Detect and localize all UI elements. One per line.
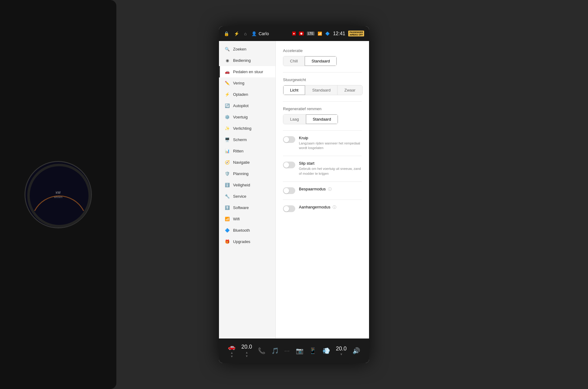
kruip-title: Kruip bbox=[299, 136, 362, 140]
divider-3 bbox=[283, 130, 362, 131]
divider-6 bbox=[283, 200, 362, 200]
car-icon: 🚗 bbox=[228, 343, 236, 350]
status-bar: 🔒 ⚡ ⌂ 👤 Carlo ● ⏺ LTE 📶 🔷 12:41 PASSENGE… bbox=[219, 26, 369, 41]
sidebar-icon-bluetooth: 🔷 bbox=[224, 228, 230, 233]
bolt-icon: ⚡ bbox=[234, 31, 239, 36]
taskbar-fan[interactable]: 💨 bbox=[322, 347, 330, 354]
tesla-screen: 🔒 ⚡ ⌂ 👤 Carlo ● ⏺ LTE 📶 🔷 12:41 PASSENGE… bbox=[219, 26, 369, 363]
kruip-info: Kruip Langzaam rijden wanneer het remped… bbox=[299, 136, 362, 151]
bespaarmodus-info-icon[interactable]: ⓘ bbox=[328, 187, 332, 191]
sidebar-label-veiligheid: Veiligheid bbox=[233, 183, 250, 187]
taskbar-camera[interactable]: 📷 bbox=[296, 347, 303, 354]
aanhangermodus-info: Aanhangermodus ⓘ bbox=[299, 205, 362, 211]
sidebar-label-bluetooth: Bluetooth bbox=[233, 228, 250, 233]
bespaarmodus-info: Bespaarmodus ⓘ bbox=[299, 187, 362, 193]
stuurgewicht-group: Licht Standaard Zwaar bbox=[283, 85, 363, 95]
media-player-icon: 🎵 bbox=[271, 347, 279, 354]
sidebar-icon-service: 🔧 bbox=[224, 194, 230, 199]
stuurgewicht-licht[interactable]: Licht bbox=[283, 85, 305, 95]
sidebar-item-veiligheid[interactable]: ℹ️ Veiligheid bbox=[219, 179, 275, 191]
sidebar-item-vering[interactable]: ✏️ Vering bbox=[219, 77, 275, 89]
sidebar-label-verlichting: Verlichting bbox=[233, 126, 251, 131]
taskbar-more[interactable]: ··· bbox=[285, 348, 290, 353]
sidebar-icon-verlichting: ✨ bbox=[224, 126, 230, 131]
sidebar-label-opladen: Opladen bbox=[233, 92, 248, 97]
slip-start-toggle[interactable] bbox=[283, 162, 295, 168]
content-area: 🔍 Zoeken ◉ Bediening 🚗 Pedalen en stuur … bbox=[219, 41, 369, 339]
sidebar-item-upgrades[interactable]: 🎁 Upgrades bbox=[219, 236, 275, 247]
bespaarmodus-title: Bespaarmodus ⓘ bbox=[299, 187, 362, 192]
sidebar-label-navigatie: Navigatie bbox=[233, 160, 250, 165]
taskbar-speed-right[interactable]: 20.0 ▼ bbox=[336, 346, 347, 356]
slip-start-desc: Gebruik om het voertuig uit sneeuw, zand… bbox=[299, 166, 362, 176]
sidebar-item-navigatie[interactable]: 🧭 Navigatie bbox=[219, 157, 275, 168]
kruip-toggle[interactable] bbox=[283, 136, 295, 143]
sidebar-icon-zoeken: 🔍 bbox=[224, 47, 230, 51]
bespaarmodus-row: Bespaarmodus ⓘ bbox=[283, 187, 362, 194]
sidebar-item-service[interactable]: 🔧 Service bbox=[219, 191, 275, 202]
volume-icon: 🔊 bbox=[352, 347, 360, 354]
sidebar-icon-autopilot: 🔄 bbox=[224, 103, 230, 108]
regeneratief-standaard[interactable]: Standaard bbox=[306, 114, 338, 124]
slip-start-title: Slip start bbox=[299, 161, 362, 166]
stuurgewicht-standaard[interactable]: Standaard bbox=[305, 85, 337, 95]
taskbar-volume[interactable]: 🔊 bbox=[352, 347, 360, 354]
speed-left-arrows: ▲ ▼ bbox=[245, 351, 248, 358]
taskbar-car[interactable]: 🚗 ▲ ▼ bbox=[228, 343, 236, 358]
speed-right-value: 20.0 bbox=[336, 346, 347, 352]
acceleratie-chill[interactable]: Chill bbox=[283, 56, 305, 66]
record-icon: ⏺ bbox=[299, 32, 304, 36]
sidebar-icon-voertuig: ⚙️ bbox=[224, 115, 230, 119]
sidebar-item-voertuig[interactable]: ⚙️ Voertuig bbox=[219, 111, 275, 123]
sidebar-item-wifi[interactable]: 📶 Wifi bbox=[219, 213, 275, 225]
sidebar-label-bediening: Bediening bbox=[233, 58, 251, 63]
sidebar-label-service: Service bbox=[233, 194, 246, 199]
sidebar-item-scherm[interactable]: 🖥️ Scherm bbox=[219, 134, 275, 145]
sidebar-label-ritten: Ritten bbox=[233, 149, 243, 153]
stuurgewicht-zwaar[interactable]: Zwaar bbox=[337, 85, 362, 95]
status-right: ● ⏺ LTE 📶 🔷 12:41 PASSENGERAIRBAG OFF bbox=[292, 31, 364, 36]
divider-4 bbox=[283, 156, 362, 156]
aanhangermodus-toggle[interactable] bbox=[283, 205, 295, 212]
sidebar-icon-navigatie: 🧭 bbox=[224, 160, 230, 165]
media-icon: ● bbox=[292, 32, 296, 36]
acceleratie-standaard[interactable]: Standaard bbox=[305, 56, 337, 66]
sidebar-item-bediening[interactable]: ◉ Bediening bbox=[219, 55, 275, 66]
sidebar-label-wifi: Wifi bbox=[233, 217, 240, 221]
sidebar-icon-veiligheid: ℹ️ bbox=[224, 183, 230, 187]
regeneratief-laag[interactable]: Laag bbox=[283, 114, 306, 124]
stuurgewicht-title: Stuurgewicht bbox=[283, 77, 362, 82]
sidebar-icon-software: ⬆️ bbox=[224, 205, 230, 210]
aanhangermodus-info-icon[interactable]: ⓘ bbox=[333, 205, 336, 209]
sidebar-item-bluetooth[interactable]: 🔷 Bluetooth bbox=[219, 225, 275, 236]
sidebar-item-ritten[interactable]: 📊 Ritten bbox=[219, 145, 275, 157]
sidebar-label-zoeken: Zoeken bbox=[233, 47, 246, 51]
sidebar-item-autopilot[interactable]: 🔄 Autopilot bbox=[219, 100, 275, 111]
camera-icon: 📷 bbox=[296, 347, 303, 354]
taskbar: 🚗 ▲ ▼ 20.0 ▲ ▼ 📞 🎵 ··· 📷 📱 bbox=[219, 339, 369, 363]
home-icon: ⌂ bbox=[244, 31, 247, 36]
signal-icon: 📶 bbox=[318, 32, 322, 36]
sidebar-label-vering: Vering bbox=[233, 81, 244, 85]
sidebar-icon-scherm: 🖥️ bbox=[224, 137, 230, 142]
bespaarmodus-toggle[interactable] bbox=[283, 187, 295, 194]
user-profile[interactable]: 👤 Carlo bbox=[251, 31, 269, 36]
sidebar-item-opladen[interactable]: ⚡ Opladen bbox=[219, 89, 275, 100]
sidebar-item-zoeken[interactable]: 🔍 Zoeken bbox=[219, 43, 275, 55]
sidebar-icon-pedalen: 🚗 bbox=[224, 69, 230, 74]
sidebar-item-pedalen[interactable]: 🚗 Pedalen en stuur bbox=[219, 66, 275, 77]
sidebar-item-planning[interactable]: 🛡️ Planning bbox=[219, 168, 275, 179]
taskbar-energy[interactable]: 📱 bbox=[309, 347, 317, 354]
taskbar-phone[interactable]: 📞 bbox=[258, 347, 266, 354]
taskbar-speed-left[interactable]: 20.0 ▲ ▼ bbox=[241, 344, 252, 358]
sidebar-item-software[interactable]: ⬆️ Software bbox=[219, 202, 275, 213]
taskbar-media[interactable]: 🎵 bbox=[271, 347, 279, 354]
sidebar-icon-upgrades: 🎁 bbox=[224, 239, 230, 244]
sidebar-item-verlichting[interactable]: ✨ Verlichting bbox=[219, 123, 275, 134]
divider-2 bbox=[283, 101, 362, 102]
sidebar: 🔍 Zoeken ◉ Bediening 🚗 Pedalen en stuur … bbox=[219, 41, 276, 339]
divider-5 bbox=[283, 181, 362, 182]
user-icon: 👤 bbox=[251, 31, 257, 36]
energy-icon: 📱 bbox=[309, 347, 317, 354]
regeneratief-title: Regeneratief remmen bbox=[283, 107, 362, 111]
